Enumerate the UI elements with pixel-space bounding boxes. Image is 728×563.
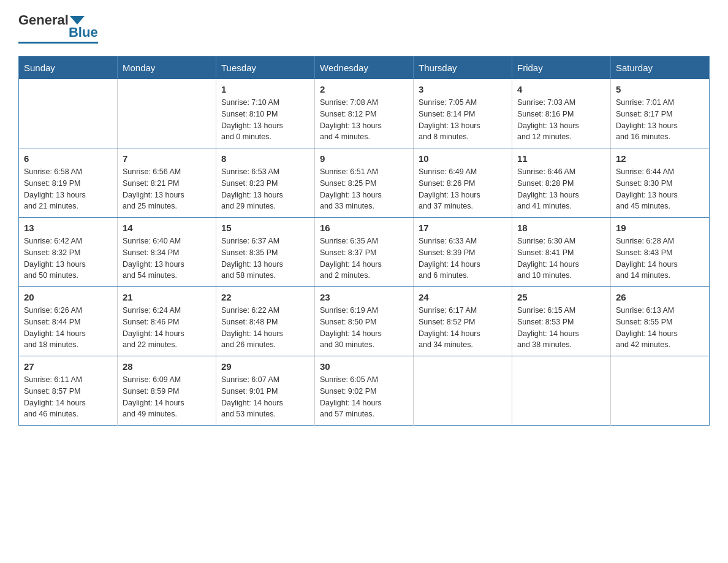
day-number: 15 (221, 223, 309, 233)
calendar-cell: 19Sunrise: 6:28 AMSunset: 8:43 PMDayligh… (611, 218, 710, 287)
calendar-cell (414, 356, 512, 426)
calendar-cell: 6Sunrise: 6:58 AMSunset: 8:19 PMDaylight… (19, 148, 118, 218)
day-number: 7 (123, 153, 211, 164)
day-number: 3 (419, 84, 507, 94)
day-info: Sunrise: 6:44 AMSunset: 8:30 PMDaylight:… (616, 166, 704, 212)
day-number: 20 (24, 292, 112, 302)
day-info: Sunrise: 7:10 AMSunset: 8:10 PMDaylight:… (221, 97, 309, 143)
day-info: Sunrise: 6:22 AMSunset: 8:48 PMDaylight:… (221, 305, 309, 351)
day-info: Sunrise: 7:08 AMSunset: 8:12 PMDaylight:… (320, 97, 408, 143)
day-number: 9 (320, 153, 408, 164)
day-info: Sunrise: 6:51 AMSunset: 8:25 PMDaylight:… (320, 166, 408, 212)
logo-blue-text: Blue (69, 25, 98, 40)
day-number: 19 (616, 223, 704, 233)
day-info: Sunrise: 6:37 AMSunset: 8:35 PMDaylight:… (221, 236, 309, 282)
calendar-cell: 5Sunrise: 7:01 AMSunset: 8:17 PMDaylight… (611, 79, 710, 148)
day-info: Sunrise: 6:26 AMSunset: 8:44 PMDaylight:… (24, 305, 112, 351)
calendar-cell: 27Sunrise: 6:11 AMSunset: 8:57 PMDayligh… (19, 356, 118, 426)
day-number: 29 (221, 361, 309, 372)
day-info: Sunrise: 6:53 AMSunset: 8:23 PMDaylight:… (221, 166, 309, 212)
day-info: Sunrise: 6:19 AMSunset: 8:50 PMDaylight:… (320, 305, 408, 351)
weekday-header-thursday: Thursday (414, 56, 512, 80)
weekday-header-saturday: Saturday (611, 56, 710, 80)
logo: General General Blue (18, 12, 98, 44)
calendar-cell: 4Sunrise: 7:03 AMSunset: 8:16 PMDaylight… (512, 79, 611, 148)
calendar-cell: 15Sunrise: 6:37 AMSunset: 8:35 PMDayligh… (216, 218, 315, 287)
day-info: Sunrise: 6:28 AMSunset: 8:43 PMDaylight:… (616, 236, 704, 282)
day-info: Sunrise: 7:03 AMSunset: 8:16 PMDaylight:… (517, 97, 605, 143)
weekday-header-wednesday: Wednesday (315, 56, 414, 80)
day-info: Sunrise: 6:56 AMSunset: 8:21 PMDaylight:… (123, 166, 211, 212)
calendar-cell: 17Sunrise: 6:33 AMSunset: 8:39 PMDayligh… (414, 218, 512, 287)
day-info: Sunrise: 6:33 AMSunset: 8:39 PMDaylight:… (419, 236, 507, 282)
weekday-header-monday: Monday (118, 56, 216, 80)
day-info: Sunrise: 6:40 AMSunset: 8:34 PMDaylight:… (123, 236, 211, 282)
day-number: 4 (517, 84, 605, 94)
calendar-week-row: 13Sunrise: 6:42 AMSunset: 8:32 PMDayligh… (19, 218, 710, 287)
weekday-header-sunday: Sunday (19, 56, 118, 80)
day-info: Sunrise: 6:30 AMSunset: 8:41 PMDaylight:… (517, 236, 605, 282)
day-number: 16 (320, 223, 408, 233)
day-info: Sunrise: 6:35 AMSunset: 8:37 PMDaylight:… (320, 236, 408, 282)
calendar-cell: 28Sunrise: 6:09 AMSunset: 8:59 PMDayligh… (118, 356, 216, 426)
day-number: 8 (221, 153, 309, 164)
day-info: Sunrise: 6:17 AMSunset: 8:52 PMDaylight:… (419, 305, 507, 351)
calendar-cell: 7Sunrise: 6:56 AMSunset: 8:21 PMDaylight… (118, 148, 216, 218)
calendar-cell: 24Sunrise: 6:17 AMSunset: 8:52 PMDayligh… (414, 287, 512, 356)
calendar-cell: 29Sunrise: 6:07 AMSunset: 9:01 PMDayligh… (216, 356, 315, 426)
calendar-week-row: 1Sunrise: 7:10 AMSunset: 8:10 PMDaylight… (19, 79, 710, 148)
day-info: Sunrise: 6:24 AMSunset: 8:46 PMDaylight:… (123, 305, 211, 351)
calendar-cell: 1Sunrise: 7:10 AMSunset: 8:10 PMDaylight… (216, 79, 315, 148)
calendar-cell: 26Sunrise: 6:13 AMSunset: 8:55 PMDayligh… (611, 287, 710, 356)
calendar-cell: 16Sunrise: 6:35 AMSunset: 8:37 PMDayligh… (315, 218, 414, 287)
day-number: 11 (517, 153, 605, 164)
weekday-header-tuesday: Tuesday (216, 56, 315, 80)
calendar-cell (19, 79, 118, 148)
day-number: 27 (24, 361, 112, 372)
day-number: 5 (616, 84, 704, 94)
calendar-cell: 21Sunrise: 6:24 AMSunset: 8:46 PMDayligh… (118, 287, 216, 356)
calendar-cell: 18Sunrise: 6:30 AMSunset: 8:41 PMDayligh… (512, 218, 611, 287)
day-number: 24 (419, 292, 507, 302)
calendar-cell: 8Sunrise: 6:53 AMSunset: 8:23 PMDaylight… (216, 148, 315, 218)
day-info: Sunrise: 6:09 AMSunset: 8:59 PMDaylight:… (123, 374, 211, 420)
day-info: Sunrise: 6:13 AMSunset: 8:55 PMDaylight:… (616, 305, 704, 351)
calendar-header-row: SundayMondayTuesdayWednesdayThursdayFrid… (19, 56, 710, 80)
page-header: General General Blue (18, 12, 710, 44)
day-info: Sunrise: 6:46 AMSunset: 8:28 PMDaylight:… (517, 166, 605, 212)
day-number: 26 (616, 292, 704, 302)
day-info: Sunrise: 7:01 AMSunset: 8:17 PMDaylight:… (616, 97, 704, 143)
day-number: 30 (320, 361, 408, 372)
day-number: 21 (123, 292, 211, 302)
calendar-cell: 25Sunrise: 6:15 AMSunset: 8:53 PMDayligh… (512, 287, 611, 356)
day-number: 10 (419, 153, 507, 164)
day-number: 13 (24, 223, 112, 233)
calendar-cell: 13Sunrise: 6:42 AMSunset: 8:32 PMDayligh… (19, 218, 118, 287)
day-info: Sunrise: 6:58 AMSunset: 8:19 PMDaylight:… (24, 166, 112, 212)
calendar-week-row: 6Sunrise: 6:58 AMSunset: 8:19 PMDaylight… (19, 148, 710, 218)
logo-underline (18, 42, 98, 44)
logo-arrow-icon (70, 16, 85, 25)
calendar-cell: 14Sunrise: 6:40 AMSunset: 8:34 PMDayligh… (118, 218, 216, 287)
day-info: Sunrise: 6:05 AMSunset: 9:02 PMDaylight:… (320, 374, 408, 420)
calendar-cell: 3Sunrise: 7:05 AMSunset: 8:14 PMDaylight… (414, 79, 512, 148)
day-info: Sunrise: 6:15 AMSunset: 8:53 PMDaylight:… (517, 305, 605, 351)
day-number: 2 (320, 84, 408, 94)
day-number: 28 (123, 361, 211, 372)
weekday-header-friday: Friday (512, 56, 611, 80)
day-number: 17 (419, 223, 507, 233)
day-info: Sunrise: 6:11 AMSunset: 8:57 PMDaylight:… (24, 374, 112, 420)
calendar-cell (512, 356, 611, 426)
day-info: Sunrise: 6:42 AMSunset: 8:32 PMDaylight:… (24, 236, 112, 282)
day-number: 25 (517, 292, 605, 302)
day-info: Sunrise: 6:49 AMSunset: 8:26 PMDaylight:… (419, 166, 507, 212)
calendar-cell: 12Sunrise: 6:44 AMSunset: 8:30 PMDayligh… (611, 148, 710, 218)
day-number: 22 (221, 292, 309, 302)
day-info: Sunrise: 6:07 AMSunset: 9:01 PMDaylight:… (221, 374, 309, 420)
calendar-cell (118, 79, 216, 148)
calendar-cell: 23Sunrise: 6:19 AMSunset: 8:50 PMDayligh… (315, 287, 414, 356)
calendar-cell: 2Sunrise: 7:08 AMSunset: 8:12 PMDaylight… (315, 79, 414, 148)
day-info: Sunrise: 7:05 AMSunset: 8:14 PMDaylight:… (419, 97, 507, 143)
day-number: 6 (24, 153, 112, 164)
calendar-cell: 9Sunrise: 6:51 AMSunset: 8:25 PMDaylight… (315, 148, 414, 218)
